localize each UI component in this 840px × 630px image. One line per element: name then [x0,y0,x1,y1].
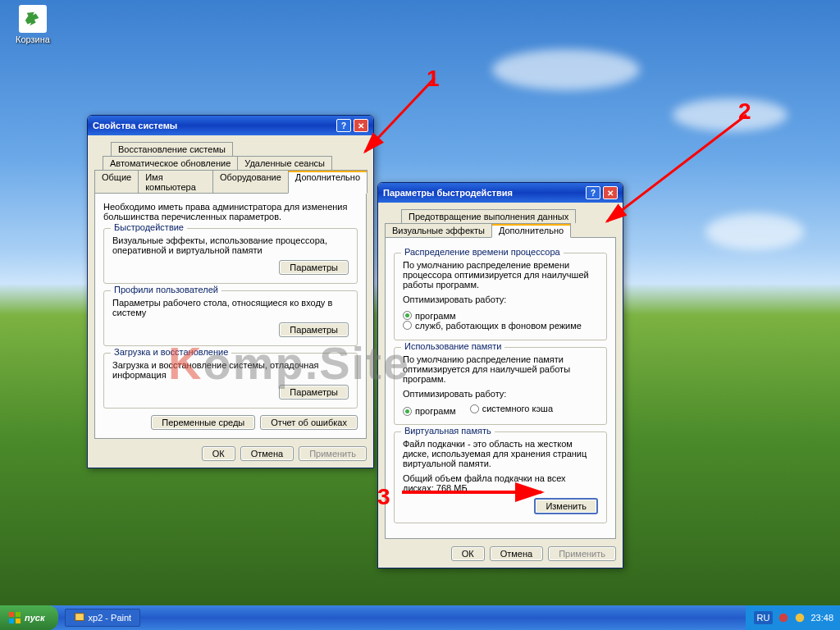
titlebar-system-properties[interactable]: Свойства системы ? ✕ [88,116,373,135]
tray-icon[interactable] [778,612,789,623]
titlebar-performance-options[interactable]: Параметры быстродействия ? ✕ [378,183,623,203]
group-mem-text: По умолчанию распределение памяти оптими… [403,354,598,384]
system-tray[interactable]: RU 23:48 [746,605,840,630]
radio-system-cache[interactable]: системного кэша [470,404,553,413]
radio-programs-mem[interactable]: программ [403,406,456,416]
close-button[interactable]: ✕ [603,186,618,199]
group-cpu-title: Распределение времени процессора [401,247,564,257]
recycle-bin-label: Корзина [10,34,56,44]
start-label: пуск [25,613,45,623]
performance-options-window: Параметры быстродействия ? ✕ Предотвраще… [377,182,623,568]
group-vm-title: Виртуальная память [401,426,495,436]
svg-line-0 [365,78,435,152]
group-performance: Быстродействие Визуальные эффекты, испол… [103,228,358,284]
radio-services[interactable]: служб, работающих в фоновом режиме [403,321,582,331]
tab-advanced[interactable]: Дополнительно [288,170,368,194]
tab-general[interactable]: Общие [94,170,139,194]
help-button[interactable]: ? [336,119,351,132]
taskbar: пуск xp2 - Paint RU 23:48 [0,605,840,630]
admin-note: Необходимо иметь права администратора дл… [103,202,358,221]
svg-rect-4 [16,612,21,617]
group-cpu-scheduling: Распределение времени процессора По умол… [394,253,607,340]
optimize-label: Оптимизировать работу: [403,294,598,304]
group-vm-text: Файл подкачки - это область на жестком д… [403,439,598,468]
radio-programs[interactable]: программ [403,311,456,321]
group-mem-title: Использование памяти [401,341,504,351]
svg-rect-5 [9,619,14,623]
close-button[interactable]: ✕ [354,119,368,132]
env-vars-button[interactable]: Переменные среды [151,415,255,430]
profiles-settings-button[interactable]: Параметры [279,322,349,337]
taskbar-item-paint[interactable]: xp2 - Paint [65,609,141,627]
group-startup-text: Загрузка и восстановление системы, отлад… [112,360,349,380]
tab-system-restore[interactable]: Восстановление системы [111,142,233,156]
windows-logo-icon [8,611,21,624]
tray-icon[interactable] [794,612,806,623]
ok-button[interactable]: ОК [202,446,235,461]
error-report-button[interactable]: Отчет об ошибках [260,415,358,430]
recycle-bin[interactable]: Корзина [10,5,56,44]
window-title: Свойства системы [93,121,177,130]
window-title: Параметры быстродействия [383,188,513,198]
clock[interactable]: 23:48 [810,613,833,623]
tab-hardware[interactable]: Оборудование [212,170,289,194]
group-virtual-memory: Виртуальная память Файл подкачки - это о… [394,431,607,523]
group-performance-title: Быстродействие [111,222,187,232]
cancel-button[interactable]: Отмена [490,546,543,561]
annotation-1: 1 [427,66,440,92]
change-vm-button[interactable]: Изменить [534,498,598,514]
paint-icon [74,612,85,623]
group-startup: Загрузка и восстановление Загрузка и вос… [103,353,358,409]
group-memory-usage: Использование памяти По умолчанию распре… [394,347,607,425]
tab-advanced[interactable]: Дополнительно [491,223,571,238]
tab-remote-sessions[interactable]: Удаленные сеансы [237,156,332,170]
start-button[interactable]: пуск [0,605,58,630]
annotation-2: 2 [738,98,751,125]
startup-settings-button[interactable]: Параметры [279,385,349,399]
system-properties-window: Свойства системы ? ✕ Восстановление сист… [87,115,374,468]
group-profiles-text: Параметры рабочего стола, относящиеся ко… [112,298,349,317]
svg-rect-6 [16,619,21,623]
tab-computer-name[interactable]: Имя компьютера [138,170,213,194]
tab-auto-update[interactable]: Автоматическое обновление [103,156,238,170]
group-performance-text: Визуальные эффекты, использование процес… [112,235,349,255]
group-profiles-title: Профили пользователей [111,285,221,294]
apply-button[interactable]: Применить [548,546,616,561]
tab-dep[interactable]: Предотвращение выполнения данных [401,209,576,223]
cancel-button[interactable]: Отмена [240,446,294,461]
help-button[interactable]: ? [586,186,600,199]
optimize-label: Оптимизировать работу: [403,389,598,399]
ok-button[interactable]: ОК [451,546,485,561]
svg-rect-3 [9,612,14,617]
group-startup-title: Загрузка и восстановление [111,347,231,357]
svg-point-9 [796,614,805,623]
performance-settings-button[interactable]: Параметры [279,260,349,275]
apply-button[interactable]: Применить [299,446,367,461]
group-profiles: Профили пользователей Параметры рабочего… [103,290,358,346]
recycle-bin-icon [19,5,47,33]
tab-visual-effects[interactable]: Визуальные эффекты [385,223,492,238]
svg-point-8 [779,614,788,623]
group-cpu-text: По умолчанию распределение времени проце… [403,260,598,290]
annotation-3: 3 [377,484,390,510]
svg-rect-7 [75,614,84,621]
group-vm-total: Общий объем файла подкачки на всех диска… [403,473,598,493]
language-indicator[interactable]: RU [754,611,774,624]
